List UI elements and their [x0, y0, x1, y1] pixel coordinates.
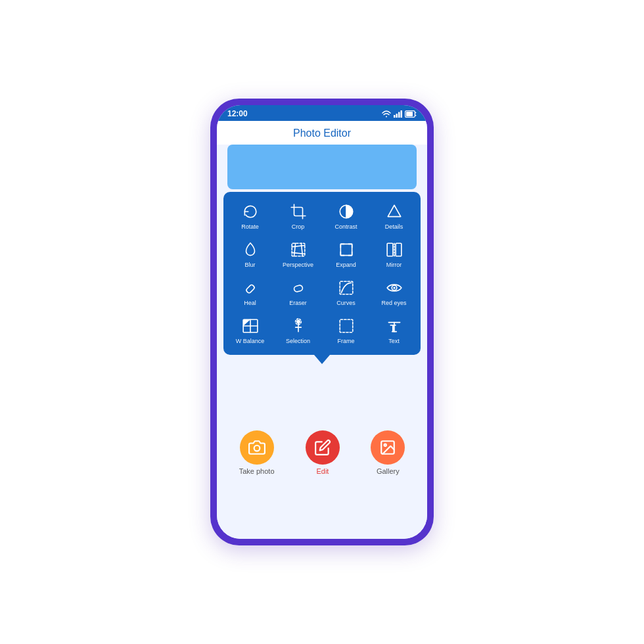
svg-rect-8 — [406, 112, 413, 116]
tool-redeyes-label: Red eyes — [381, 300, 406, 306]
frame-icon — [337, 317, 356, 335]
svg-line-12 — [294, 243, 295, 256]
eraser-icon — [289, 279, 308, 297]
phone-device: 12:00 — [210, 99, 434, 545]
tool-heal-label: Heal — [244, 300, 256, 306]
heal-icon — [241, 279, 260, 297]
popup-arrow — [314, 355, 330, 364]
tool-expand[interactable]: Expand — [322, 235, 370, 273]
edit-label: Edit — [316, 467, 329, 475]
take-photo-circle — [240, 430, 274, 465]
bottom-nav: Take photo Edit — [217, 364, 427, 539]
edit-tools-grid: Rotate Crop Contrast — [226, 197, 418, 350]
mirror-icon — [385, 241, 403, 259]
svg-text:T: T — [390, 322, 396, 333]
svg-rect-18 — [396, 243, 402, 256]
status-time: 12:00 — [227, 109, 248, 118]
camera-icon — [248, 439, 265, 456]
svg-rect-2 — [396, 114, 398, 118]
tool-selection[interactable]: Selection — [274, 311, 322, 350]
status-bar: 12:00 — [217, 105, 427, 121]
svg-point-0 — [386, 116, 387, 117]
popup-arrow-container — [217, 355, 427, 364]
tool-eraser[interactable]: Eraser — [274, 273, 322, 311]
wbalance-icon — [241, 317, 260, 335]
take-photo-label: Take photo — [239, 467, 275, 475]
app-header: Photo Editor — [217, 121, 427, 145]
phone-screen: 12:00 — [217, 105, 427, 539]
blur-icon — [241, 241, 260, 259]
edit-icon — [314, 439, 331, 456]
tool-blur[interactable]: Blur — [226, 235, 274, 273]
svg-point-24 — [393, 287, 395, 288]
status-icons — [382, 110, 417, 118]
svg-rect-1 — [394, 115, 396, 118]
tool-rotate[interactable]: Rotate — [226, 197, 274, 235]
edit-popup: Rotate Crop Contrast — [223, 192, 421, 355]
battery-icon — [405, 110, 417, 118]
svg-rect-16 — [340, 244, 352, 255]
tool-heal[interactable]: Heal — [226, 273, 274, 311]
nav-edit[interactable]: Edit — [306, 430, 340, 475]
svg-marker-10 — [388, 205, 401, 216]
photo-preview[interactable] — [227, 145, 417, 189]
tool-contrast-label: Contrast — [334, 223, 357, 230]
redeyes-icon — [385, 279, 403, 297]
tool-rotate-label: Rotate — [241, 223, 259, 230]
tool-blur-label: Blur — [244, 262, 255, 268]
svg-rect-21 — [293, 285, 303, 292]
tool-contrast[interactable]: Contrast — [322, 197, 370, 235]
tool-expand-label: Expand — [336, 262, 356, 268]
wifi-icon — [382, 110, 391, 118]
svg-rect-3 — [398, 112, 400, 118]
svg-rect-33 — [340, 319, 353, 333]
rotate-icon — [241, 202, 260, 221]
svg-rect-20 — [245, 284, 255, 294]
tool-curves[interactable]: Curves — [322, 273, 370, 311]
edit-circle — [306, 430, 340, 465]
tool-details-label: Details — [385, 223, 403, 230]
signal-icon — [394, 110, 402, 118]
svg-point-40 — [384, 444, 386, 446]
tool-perspective[interactable]: Perspective — [274, 235, 322, 273]
tool-text-label: Text — [388, 338, 400, 344]
tool-crop-label: Crop — [292, 223, 305, 230]
svg-line-14 — [292, 246, 305, 247]
nav-gallery[interactable]: Gallery — [371, 430, 405, 475]
tool-frame-label: Frame — [337, 338, 354, 344]
contrast-icon — [337, 202, 356, 221]
details-icon — [385, 202, 403, 221]
svg-marker-28 — [243, 319, 250, 326]
svg-rect-4 — [401, 110, 403, 118]
tool-eraser-label: Eraser — [289, 300, 307, 306]
tool-text[interactable]: T Text — [370, 311, 418, 350]
tool-frame[interactable]: Frame — [322, 311, 370, 350]
svg-rect-17 — [387, 243, 393, 256]
page-title: Photo Editor — [293, 127, 351, 139]
curves-icon — [337, 279, 356, 297]
svg-point-38 — [254, 446, 260, 451]
tool-perspective-label: Perspective — [283, 262, 313, 268]
tool-wbalance-label: W Balance — [236, 338, 265, 344]
selection-icon — [289, 317, 308, 335]
gallery-circle — [371, 430, 405, 465]
tool-selection-label: Selection — [286, 338, 310, 344]
expand-icon — [337, 241, 356, 259]
crop-icon — [289, 202, 308, 221]
gallery-icon — [379, 439, 396, 456]
tool-details[interactable]: Details — [370, 197, 418, 235]
tool-curves-label: Curves — [336, 300, 356, 306]
perspective-icon — [289, 241, 308, 259]
tool-mirror-label: Mirror — [386, 262, 402, 268]
nav-take-photo[interactable]: Take photo — [239, 430, 275, 475]
tool-mirror[interactable]: Mirror — [370, 235, 418, 273]
text-icon: T — [385, 317, 403, 335]
tool-crop[interactable]: Crop — [274, 197, 322, 235]
tool-wbalance[interactable]: W Balance — [226, 311, 274, 350]
tool-redeyes[interactable]: Red eyes — [370, 273, 418, 311]
gallery-label: Gallery — [377, 467, 400, 475]
